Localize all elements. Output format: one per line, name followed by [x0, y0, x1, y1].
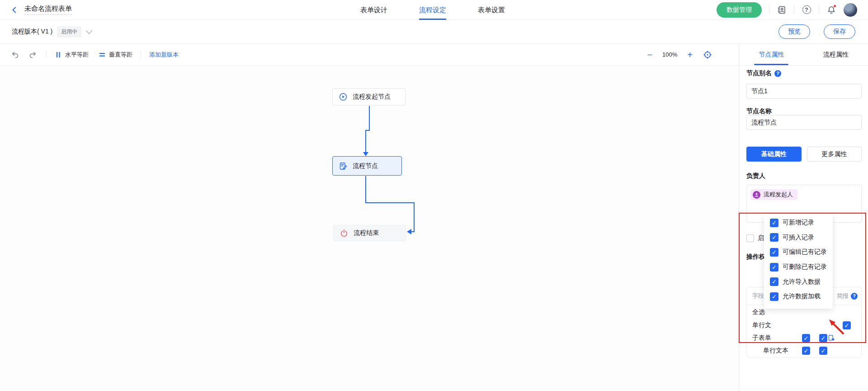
checkbox-checked[interactable]	[770, 248, 778, 257]
node-flow-process[interactable]: 流程节点	[332, 156, 402, 176]
main-nav-tabs: 表单设计 流程设定 表单设置	[360, 0, 505, 20]
vertical-spacing-icon	[99, 51, 106, 58]
row-label: 单行文	[752, 321, 771, 329]
divider	[46, 51, 47, 58]
data-manage-button[interactable]: 数据管理	[717, 2, 762, 18]
row-label: 子表单	[752, 334, 771, 342]
property-mode-buttons: 基础属性 更多属性	[746, 147, 862, 162]
version-bar: 流程版本( V1 ) 启用中 预览 保存	[0, 20, 868, 44]
checkbox-view[interactable]	[802, 334, 810, 342]
checkbox-edit[interactable]	[819, 334, 827, 342]
zoom-in-button[interactable]: +	[687, 50, 693, 59]
tab-flow-setting[interactable]: 流程设定	[419, 0, 446, 20]
chevron-down-icon[interactable]	[86, 28, 92, 34]
dropdown-item-import-data[interactable]: 允许导入数据	[764, 274, 833, 289]
row-label: 全选	[752, 308, 765, 316]
zoom-level: 100%	[662, 51, 677, 58]
tab-node-properties[interactable]: 节点属性	[739, 44, 804, 65]
node-flow-end[interactable]: 流程结束	[333, 225, 406, 241]
enable-label: 启	[758, 234, 764, 242]
help-icon[interactable]	[774, 70, 781, 77]
node-alias-input[interactable]	[746, 84, 862, 99]
avatar[interactable]	[844, 3, 857, 17]
column-field: 字段	[752, 292, 764, 300]
owner-label: 负责人	[746, 172, 862, 180]
top-header: 未命名流程表单 表单设计 流程设定 表单设置 数据管理	[0, 0, 868, 20]
column-brief-text: 简报	[837, 292, 849, 300]
column-brief: 简报	[837, 292, 858, 300]
dropdown-item-delete-record[interactable]: 可删除已有记录	[764, 260, 833, 275]
dropdown-item-edit-record[interactable]: 可编辑已有记录	[764, 245, 833, 260]
table-row-single-text: 单行文本	[747, 344, 861, 357]
undo-icon[interactable]	[10, 50, 20, 60]
notification-bell-icon[interactable]	[826, 5, 836, 15]
row-label: 单行文本	[752, 347, 788, 355]
dropdown-item-add-record[interactable]: 可新增记录	[764, 215, 833, 230]
horizontal-spacing-button[interactable]: 水平等距	[55, 51, 89, 59]
node-name-label: 节点名称	[746, 107, 862, 115]
owner-tag-label: 流程发起人	[764, 191, 793, 199]
canvas-toolbar: 水平等距 垂直等距 添加新版本 − 100% +	[0, 44, 739, 66]
more-properties-button[interactable]: 更多属性	[807, 147, 862, 162]
play-circle-icon	[339, 93, 347, 101]
checkbox-brief[interactable]	[843, 321, 851, 329]
redo-icon[interactable]	[28, 50, 38, 60]
permission-dropdown: 可新增记录 可插入记录 可编辑已有记录 可删除已有记录 允许导入数据 允许数据加…	[764, 214, 833, 309]
divider	[819, 6, 819, 14]
dropdown-item-label: 可删除已有记录	[783, 263, 827, 271]
subform-icon[interactable]	[828, 334, 835, 343]
version-label: 流程版本( V1 )	[12, 28, 52, 36]
checkbox-checked[interactable]	[770, 233, 778, 242]
back-icon[interactable]	[11, 5, 20, 14]
notification-badge	[833, 5, 836, 8]
dropdown-item-label: 可插入记录	[783, 234, 814, 242]
preview-button[interactable]: 预览	[778, 24, 810, 39]
node-name-input[interactable]	[746, 115, 862, 130]
checkbox-view[interactable]	[802, 347, 810, 355]
checkbox-edit[interactable]	[819, 347, 827, 355]
divider	[769, 6, 769, 14]
add-version-link[interactable]: 添加新版本	[149, 51, 179, 59]
node-label: 流程节点	[353, 162, 378, 170]
divider	[794, 6, 794, 14]
node-flow-start[interactable]: 流程发起节点	[332, 88, 406, 105]
node-label: 流程发起节点	[353, 93, 391, 101]
horizontal-spacing-icon	[55, 51, 62, 58]
divider	[141, 51, 141, 58]
help-icon[interactable]	[802, 5, 811, 15]
table-row-subform: 子表单	[747, 332, 861, 344]
status-badge: 启用中	[57, 26, 81, 38]
dropdown-item-label: 可编辑已有记录	[783, 248, 827, 256]
flow-canvas[interactable]: 流程发起节点 流程节点 流程结束	[0, 66, 739, 391]
basic-properties-button[interactable]: 基础属性	[746, 147, 802, 162]
dropdown-item-load-data[interactable]: 允许数据加载	[764, 289, 833, 304]
action-buttons: 预览 保存	[778, 24, 856, 39]
zoom-out-button[interactable]: −	[647, 50, 652, 59]
enable-checkbox[interactable]	[746, 234, 754, 242]
zoom-controls: − 100% +	[647, 50, 729, 60]
table-row-text-truncated: 单行文	[747, 319, 861, 332]
document-title[interactable]: 未命名流程表单	[24, 5, 72, 15]
fit-view-icon[interactable]	[703, 50, 712, 60]
node-label: 流程结束	[354, 229, 379, 237]
permission-label-text: 操作权	[746, 253, 765, 261]
tab-form-settings[interactable]: 表单设置	[478, 0, 505, 20]
tab-form-design[interactable]: 表单设计	[360, 0, 387, 20]
checkbox-checked[interactable]	[770, 277, 778, 286]
contacts-icon[interactable]	[777, 5, 787, 15]
horizontal-spacing-label: 水平等距	[65, 51, 89, 59]
owner-label-text: 负责人	[746, 172, 765, 180]
node-name-label-text: 节点名称	[746, 107, 772, 115]
dropdown-item-label: 允许导入数据	[783, 278, 821, 286]
help-icon[interactable]	[851, 293, 858, 300]
tab-flow-properties[interactable]: 流程属性	[804, 44, 868, 65]
save-button[interactable]: 保存	[824, 24, 855, 39]
checkbox-checked[interactable]	[770, 263, 778, 272]
checkbox-checked[interactable]	[770, 219, 778, 227]
person-icon	[753, 191, 760, 199]
vertical-spacing-label: 垂直等距	[109, 51, 132, 59]
vertical-spacing-button[interactable]: 垂直等距	[99, 51, 132, 59]
dropdown-item-insert-record[interactable]: 可插入记录	[764, 230, 833, 245]
owner-tag[interactable]: 流程发起人	[750, 189, 797, 200]
checkbox-checked[interactable]	[770, 292, 778, 301]
